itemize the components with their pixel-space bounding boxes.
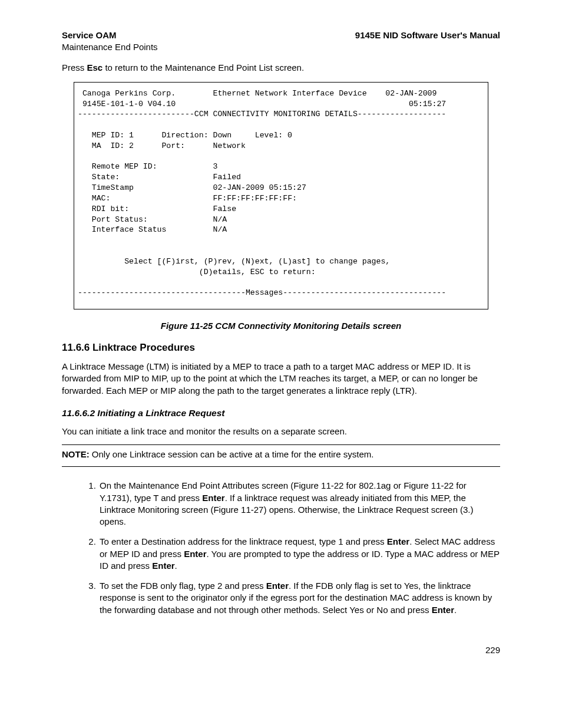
step3-enter1: Enter xyxy=(266,581,289,591)
term-mac-val: FF:FF:FF:FF:FF:FF: xyxy=(213,194,297,203)
step3-c: . xyxy=(454,605,457,615)
term-corp: Canoga Perkins Corp. xyxy=(82,89,176,98)
step2-d: . xyxy=(175,561,177,571)
note-rule-bottom xyxy=(62,466,500,467)
page-number: 229 xyxy=(62,644,500,656)
term-row1: MEP ID: 1 Direction: Down Level: 0 xyxy=(78,131,292,140)
term-state-val: Failed xyxy=(213,173,241,182)
subsection-heading: 11.6.6.2 Initiating a Linktrace Request xyxy=(62,407,500,420)
page-header: Service OAM 9145E NID Software User's Ma… xyxy=(62,29,500,41)
term-nav2: (D)etails, ESC to return: xyxy=(199,268,316,276)
term-state-label: State: xyxy=(92,173,120,182)
step2-enter2: Enter xyxy=(184,549,206,559)
term-ps-val: N/A xyxy=(213,215,227,224)
step-2: To enter a Destination address for the l… xyxy=(98,536,500,572)
term-msgbar: ------------------------------------Mess… xyxy=(78,288,446,297)
step3-a: To set the FDB only flag, type 2 and pre… xyxy=(100,581,266,591)
term-device: Ethernet Network Interface Device xyxy=(213,89,367,98)
term-nav1: Select [(F)irst, (P)rev, (N)ext, (L)ast]… xyxy=(124,257,390,266)
intro-key: Esc xyxy=(87,62,103,73)
terminal-screen: Canoga Perkins Corp. Ethernet Network In… xyxy=(74,82,488,309)
section-heading: 11.6.6 Linktrace Procedures xyxy=(62,341,500,355)
step2-enter3: Enter xyxy=(152,561,174,571)
term-mac-label: MAC: xyxy=(92,194,111,203)
step-1: On the Maintenance End Point Attributes … xyxy=(98,480,500,528)
note-rule-top xyxy=(62,444,500,445)
term-titlebar: -------------------------CCM CONNECTIVIT… xyxy=(78,110,446,118)
step3-enter2: Enter xyxy=(432,605,454,615)
subsection-para: You can initiate a link trace and monito… xyxy=(62,426,500,437)
term-rdi-val: False xyxy=(213,205,237,213)
header-left: Service OAM xyxy=(62,29,117,41)
term-time: 05:15:27 xyxy=(409,100,446,108)
term-date: 02-JAN-2009 xyxy=(385,89,437,98)
steps-list: On the Maintenance End Point Attributes … xyxy=(62,480,500,616)
section-para: A Linktrace Message (LTM) is initiated b… xyxy=(62,361,500,397)
term-remote-label: Remote MEP ID: xyxy=(92,162,157,171)
step2-a: To enter a Destination address for the l… xyxy=(100,536,387,546)
step-3: To set the FDB only flag, type 2 and pre… xyxy=(98,580,500,616)
term-ts-label: TimeStamp xyxy=(92,183,134,192)
term-is-label: Interface Status xyxy=(92,225,167,234)
term-ps-label: Port Status: xyxy=(92,215,148,224)
intro-line: Press Esc to return to the Maintenance E… xyxy=(62,62,500,74)
header-sub: Maintenance End Points xyxy=(62,41,500,53)
term-row2: MA ID: 2 Port: Network xyxy=(78,141,246,150)
intro-post: to return to the Maintenance End Point L… xyxy=(103,62,304,73)
term-model: 9145E-101-1-0 V04.10 xyxy=(82,100,176,108)
note-label: NOTE: xyxy=(62,449,90,459)
term-rdi-label: RDI bit: xyxy=(92,205,129,213)
term-ts-val: 02-JAN-2009 05:15:27 xyxy=(213,183,306,192)
step2-enter1: Enter xyxy=(387,536,409,546)
header-right: 9145E NID Software User's Manual xyxy=(355,29,500,41)
term-is-val: N/A xyxy=(213,225,227,234)
figure-caption: Figure 11-25 CCM Connectivity Monitoring… xyxy=(62,320,500,332)
intro-pre: Press xyxy=(62,62,87,73)
note-line: NOTE: Only one Linktrace session can be … xyxy=(62,449,500,460)
term-remote-val: 3 xyxy=(213,162,218,171)
step1-enter: Enter xyxy=(202,493,224,503)
note-text: Only one Linktrace session can be active… xyxy=(90,449,374,459)
